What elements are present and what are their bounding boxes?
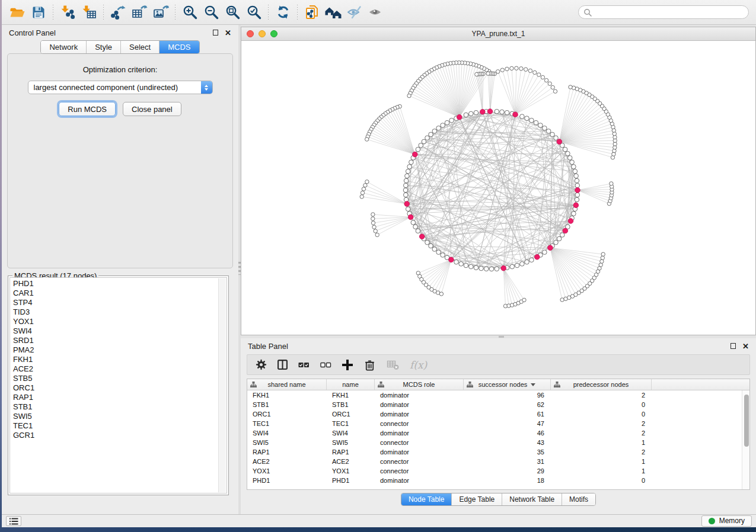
mcds-result-item[interactable]: SWI4 [13,326,217,336]
open-file-button[interactable] [7,3,28,22]
table-cell: 29 [464,467,551,475]
tab-edge-table[interactable]: Edge Table [451,493,502,505]
table-cell: 0 [551,477,652,484]
network-canvas[interactable] [241,41,755,335]
mcds-result-item[interactable]: PMA2 [13,345,217,355]
criterion-dropdown[interactable]: largest connected component (undirected) [28,81,213,94]
add-icon[interactable] [342,360,353,370]
table-row[interactable]: SWI5SWI5connector431 [247,438,749,447]
deselect-all-icon[interactable] [320,361,331,369]
mcds-result-item[interactable]: RAP1 [13,393,217,402]
mcds-result-item[interactable]: TID3 [13,307,217,317]
memory-button[interactable]: Memory [701,515,752,527]
table-cell: ORC1 [327,411,375,418]
float-panel-icon[interactable] [213,30,218,36]
mcds-result-item[interactable]: STP4 [13,298,217,307]
mcds-result-item[interactable]: CAR1 [13,289,217,298]
close-panel-button[interactable]: Close panel [123,102,181,116]
mcds-result-item[interactable]: FKH1 [13,355,217,364]
float-panel-icon[interactable] [731,343,736,349]
select-all-icon[interactable] [298,361,310,369]
tab-node-table[interactable]: Node Table [401,493,452,505]
table-cell: dominator [375,448,464,456]
export-image-button[interactable] [150,3,171,22]
table-row[interactable]: PHD1PHD1dominator180 [247,476,749,485]
column-header-label: MCDS role [403,381,435,388]
mcds-result-item[interactable]: TEC1 [13,421,217,431]
delete-table-icon[interactable] [387,359,399,370]
eye-slash-button[interactable] [344,3,365,22]
table-row[interactable]: TEC1TEC1connector472 [247,419,749,428]
tab-select[interactable]: Select [120,41,159,53]
mcds-result-item[interactable]: STB1 [13,402,217,412]
zoom-out-button[interactable] [200,3,222,22]
vertical-splitter[interactable] [238,25,241,514]
column-header-successor-nodes[interactable]: successor nodes [464,379,551,390]
clone-network-icon [305,5,319,20]
mcds-result-item[interactable]: STB5 [13,374,217,383]
table-cell: SWI4 [327,430,375,437]
export-network-button[interactable] [107,3,129,22]
optimization-criterion-label: Optimization criterion: [8,65,232,74]
splitter-grip-icon [499,336,504,338]
table-row[interactable]: RAP1RAP1dominator352 [247,447,749,457]
table-row[interactable]: ACE2ACE2connector311 [247,457,749,466]
table-row[interactable]: STB1STB1dominator620 [247,400,749,409]
horizontal-splitter[interactable] [241,335,756,338]
zoom-fit-button[interactable] [222,3,243,22]
close-panel-icon[interactable]: ✕ [742,342,749,350]
column-header-mcds-role[interactable]: MCDS role [375,379,464,390]
mcds-result-item[interactable]: SWI5 [13,412,217,421]
function-icon[interactable]: f(x) [410,359,427,371]
column-header-label: name [342,381,359,388]
table-row[interactable]: SWI4SWI4dominator462 [247,428,749,438]
network-window-titlebar[interactable]: YPA_prune.txt_1 [241,27,755,41]
columns-icon[interactable] [277,360,288,370]
search-input[interactable] [595,6,748,18]
tab-network-table[interactable]: Network Table [502,493,562,505]
mcds-result-item[interactable]: PHD1 [13,279,217,289]
eye-button[interactable] [365,3,387,22]
mcds-list-scrollbar[interactable] [218,278,226,492]
mcds-result-box: MCDS result (17 nodes) PHD1CAR1STP4TID3Y… [8,275,229,495]
mcds-result-item[interactable]: ORC1 [13,383,217,393]
mcds-result-item[interactable]: SRD1 [13,336,217,345]
tab-network[interactable]: Network [41,41,86,53]
close-panel-icon[interactable]: ✕ [225,29,231,37]
table-row[interactable]: ORC1ORC1dominator610 [247,409,749,419]
mcds-result-item[interactable]: GCR1 [13,431,217,440]
save-session-button[interactable] [28,3,49,22]
table-row[interactable]: YOX1YOX1connector291 [247,466,749,476]
refresh-button[interactable] [272,3,294,22]
table-cell: dominator [375,392,464,399]
gear-icon[interactable] [256,359,267,370]
export-table-button[interactable] [129,3,150,22]
table-cell: PHD1 [327,477,375,484]
mcds-result-item[interactable]: YOX1 [13,317,217,326]
tab-motifs[interactable]: Motifs [562,493,595,505]
table-cell: 62 [464,401,551,408]
column-header-shared-name[interactable]: shared name [247,379,327,390]
table-panel-title: Table Panel [248,342,288,351]
zoom-in-button[interactable] [179,3,200,22]
column-header-name[interactable]: name [327,379,375,390]
zoom-selected-button[interactable] [243,3,264,22]
mcds-result-item[interactable]: ACE2 [13,364,217,374]
two-houses-button[interactable] [323,3,344,22]
toolbar-separator [297,5,298,20]
mcds-result-list[interactable]: PHD1CAR1STP4TID3YOX1SWI4SRD1PMA2FKH1ACE2… [9,277,227,493]
column-header-predecessor-nodes[interactable]: predecessor nodes [551,379,652,390]
tab-style[interactable]: Style [86,41,120,53]
table-scrollbar-thumb[interactable] [744,395,749,447]
clone-network-button[interactable] [301,3,323,22]
tab-mcds[interactable]: MCDS [159,41,199,53]
export-network-icon [110,5,126,20]
table-row[interactable]: FKH1FKH1dominator962 [247,390,749,400]
table-scrollbar[interactable] [742,390,749,489]
trash-icon[interactable] [363,358,376,371]
import-network-button[interactable] [57,3,78,22]
task-history-button[interactable] [6,516,21,526]
control-panel: Control Panel ✕ Network Style Select MCD… [2,25,238,514]
import-table-button[interactable] [78,3,100,22]
run-mcds-button[interactable]: Run MCDS [59,102,116,116]
